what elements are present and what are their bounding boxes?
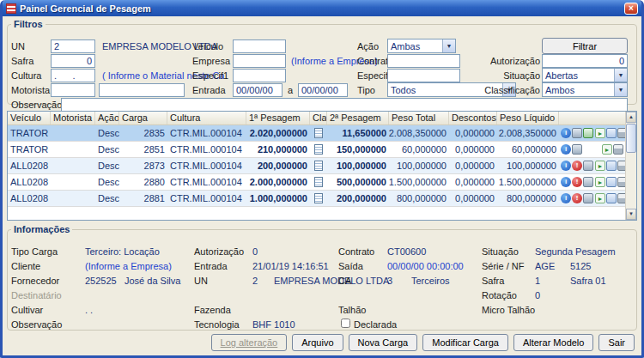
- chevron-down-icon[interactable]: ▼: [614, 83, 627, 96]
- weigh-icon[interactable]: [572, 128, 582, 138]
- filtrar-button[interactable]: Filtrar: [542, 38, 628, 54]
- table-row[interactable]: ALL0208 Desc. 2873 CTR.MIL.000104 200,00…: [8, 158, 625, 174]
- cell-motorista: [51, 158, 95, 173]
- cell-descontos: 0,000000: [449, 191, 497, 206]
- modificar-carga-button[interactable]: Modificar Carga: [422, 334, 508, 351]
- scrollbar-thumb[interactable]: [626, 124, 636, 153]
- row-actions: i!►: [559, 191, 625, 206]
- weigh-icon[interactable]: [572, 144, 582, 155]
- export-icon[interactable]: [583, 128, 593, 138]
- table-row[interactable]: TRATOR 1 Desc. 2835 CTR.MIL.000104 2.020…: [8, 125, 625, 142]
- forward-icon[interactable]: ►: [595, 193, 605, 203]
- column-header[interactable]: Peso Líquido: [497, 112, 559, 124]
- cultura-input[interactable]: [51, 69, 95, 82]
- log-alteracao-button[interactable]: Log alteração: [211, 334, 288, 351]
- arquivo-button[interactable]: Arquivo: [292, 334, 343, 351]
- class-doc-icon[interactable]: [314, 144, 323, 155]
- cell-cultura: CTR.MIL.000104: [167, 191, 246, 206]
- acao-label: Ação: [357, 41, 379, 52]
- info-situacao-label: Situação: [482, 246, 519, 257]
- table-row[interactable]: TRATOR 1 Desc. 2851 CTR.MIL.000104 210,0…: [8, 142, 625, 158]
- weighing-grid: Veículo Motorista Ação Carga Cultura 1ª …: [7, 111, 637, 221]
- table-row[interactable]: ALL0208 Desc. 2881 CTR.MIL.000104 1.000,…: [8, 191, 625, 207]
- acao-select[interactable]: Ambas ▼: [387, 39, 456, 53]
- info-icon[interactable]: i: [561, 161, 571, 171]
- safra-label: Safra: [11, 56, 33, 66]
- forward-icon[interactable]: ►: [595, 161, 605, 171]
- reports-icon[interactable]: [606, 177, 617, 187]
- contrato-input[interactable]: [387, 54, 460, 68]
- column-header[interactable]: Carga: [119, 112, 167, 124]
- column-header[interactable]: Descontos: [449, 112, 497, 124]
- weigh-icon[interactable]: [583, 177, 593, 187]
- weigh-icon[interactable]: [583, 161, 593, 171]
- classificacao-select[interactable]: Ambos ▼: [542, 82, 628, 97]
- empresa-label: Empresa: [192, 56, 230, 66]
- observacao-input[interactable]: [61, 98, 628, 112]
- print-icon[interactable]: [617, 177, 625, 187]
- especif1-input[interactable]: [233, 69, 286, 82]
- info-autorizacao-value: 0: [252, 246, 258, 257]
- column-header[interactable]: Veículo: [8, 112, 51, 124]
- column-header[interactable]: Class.: [310, 112, 327, 124]
- info-un-value: EMPRESA MODELO LTDA: [274, 276, 389, 286]
- weigh-icon[interactable]: [583, 193, 593, 203]
- info-icon[interactable]: i: [561, 128, 571, 138]
- declarada-checkbox[interactable]: [341, 319, 350, 328]
- forward-icon[interactable]: ►: [595, 177, 605, 187]
- motorista-name-input[interactable]: [99, 83, 185, 97]
- info-situacao-value: Segunda Pesagem: [535, 246, 616, 257]
- un-input[interactable]: [51, 39, 95, 53]
- reports-icon[interactable]: [606, 161, 617, 171]
- safra-input[interactable]: [51, 54, 95, 68]
- cell-carga: 2835: [119, 125, 167, 141]
- forward-icon[interactable]: ►: [602, 144, 612, 155]
- empresa-input[interactable]: [233, 54, 286, 68]
- print-icon[interactable]: [617, 193, 625, 203]
- nova-carga-button[interactable]: Nova Carga: [349, 334, 418, 351]
- info-icon[interactable]: i: [561, 177, 571, 187]
- info-icon[interactable]: i: [561, 193, 571, 203]
- especif2-input[interactable]: [387, 69, 460, 82]
- forward-icon[interactable]: ►: [595, 128, 605, 138]
- info-icon[interactable]: i: [561, 144, 571, 155]
- column-header[interactable]: 2ª Pesagem: [327, 112, 389, 124]
- alert-icon[interactable]: !: [572, 177, 582, 187]
- print-icon[interactable]: [613, 144, 623, 155]
- saida-label: Saída: [338, 261, 363, 271]
- class-doc-icon[interactable]: [314, 193, 323, 203]
- cell-peso-liquido: 2.008,350000: [497, 125, 559, 141]
- column-header[interactable]: Cultura: [167, 112, 246, 124]
- column-header[interactable]: Motorista: [51, 112, 95, 124]
- column-header[interactable]: Peso Total: [389, 112, 449, 124]
- sair-button[interactable]: Sair: [598, 334, 635, 351]
- column-header[interactable]: 1ª Pesagem: [246, 112, 310, 124]
- motorista-code-input[interactable]: [51, 83, 95, 97]
- scroll-down-icon[interactable]: ▼: [626, 209, 636, 220]
- class-doc-icon[interactable]: [314, 161, 323, 171]
- reports-icon[interactable]: [606, 193, 617, 203]
- veiculo-input[interactable]: [233, 39, 286, 53]
- grid-scrollbar[interactable]: ▲ ▼: [625, 112, 636, 220]
- column-header[interactable]: Ação: [95, 112, 119, 124]
- entrada-from-input[interactable]: [233, 83, 283, 97]
- print-icon[interactable]: [617, 128, 625, 138]
- scroll-up-icon[interactable]: ▲: [626, 112, 636, 123]
- alert-icon[interactable]: !: [572, 193, 582, 203]
- alert-icon[interactable]: !: [572, 161, 582, 171]
- reports-icon[interactable]: [606, 128, 617, 138]
- alterar-modelo-button[interactable]: Alterar Modelo: [513, 334, 594, 351]
- close-button[interactable]: ×: [624, 3, 638, 15]
- declarada-label: Declarada: [354, 319, 397, 330]
- entrada-to-input[interactable]: [298, 83, 348, 97]
- autorizacao-input[interactable]: [542, 54, 628, 68]
- chevron-down-icon[interactable]: ▼: [614, 69, 627, 82]
- row-actions: i!►: [559, 158, 625, 173]
- class-doc-icon[interactable]: [314, 128, 323, 138]
- class-doc-icon[interactable]: [314, 177, 323, 187]
- chevron-down-icon[interactable]: ▼: [442, 39, 455, 52]
- table-row[interactable]: ALL0208 Desc. 2880 CTR.MIL.000104 2.000,…: [8, 174, 625, 191]
- print-icon[interactable]: [617, 161, 625, 171]
- cell-peso-total: 2.008,350000: [389, 125, 449, 141]
- situacao-select[interactable]: Abertas ▼: [542, 68, 628, 82]
